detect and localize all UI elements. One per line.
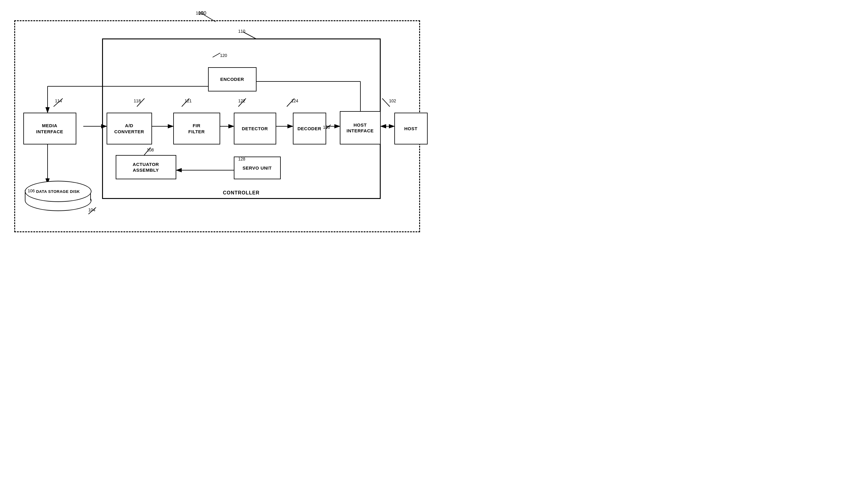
ad-converter-label: A/D CONVERTER — [114, 123, 144, 134]
encoder-block: ENCODER — [208, 67, 257, 91]
detector-block: DETECTOR — [234, 113, 276, 145]
fir-filter-label: FIR FILTER — [188, 123, 205, 134]
ad-converter-block: A/D CONVERTER — [107, 113, 152, 145]
ref-114: 114 — [55, 99, 62, 103]
encoder-label: ENCODER — [220, 76, 244, 82]
ref-122: 122 — [238, 99, 245, 103]
fir-filter-block: FIR FILTER — [173, 113, 220, 145]
media-interface-block: MEDIA INTERFACE — [23, 113, 76, 145]
servo-unit-label: SERVO UNIT — [243, 165, 272, 171]
ref-121: 121 — [185, 99, 192, 103]
ref-126: 126 — [323, 125, 330, 130]
data-storage-disk-label: DATA STORAGE DISK — [36, 189, 80, 194]
ref-106: 106 — [28, 188, 35, 193]
media-interface-label: MEDIA INTERFACE — [36, 123, 63, 134]
decoder-block: DECODER — [293, 113, 326, 145]
ref-110: 110 — [238, 29, 245, 34]
host-block: HOST — [394, 113, 428, 145]
diagram-container: 100 110 CONTROLLER — [8, 8, 426, 238]
ref-102: 102 — [389, 99, 396, 103]
decoder-label: DECODER — [298, 126, 321, 132]
controller-label: CONTROLLER — [223, 190, 260, 196]
ref-120: 120 — [220, 53, 227, 58]
detector-label: DETECTOR — [242, 126, 268, 132]
ref-128: 128 — [238, 156, 245, 162]
actuator-assembly-block: ACTUATOR ASSEMBLY — [116, 155, 176, 179]
host-label: HOST — [404, 126, 418, 132]
host-interface-block: HOST INTERFACE — [340, 111, 381, 145]
ref-124: 124 — [291, 99, 298, 103]
ref-104: 104 — [88, 208, 95, 212]
actuator-assembly-label: ACTUATOR ASSEMBLY — [133, 162, 159, 173]
ref-100-label: 100 — [198, 10, 207, 16]
ref-108: 108 — [147, 148, 154, 152]
ref-118: 118 — [134, 99, 141, 103]
host-interface-label: HOST INTERFACE — [346, 122, 374, 134]
